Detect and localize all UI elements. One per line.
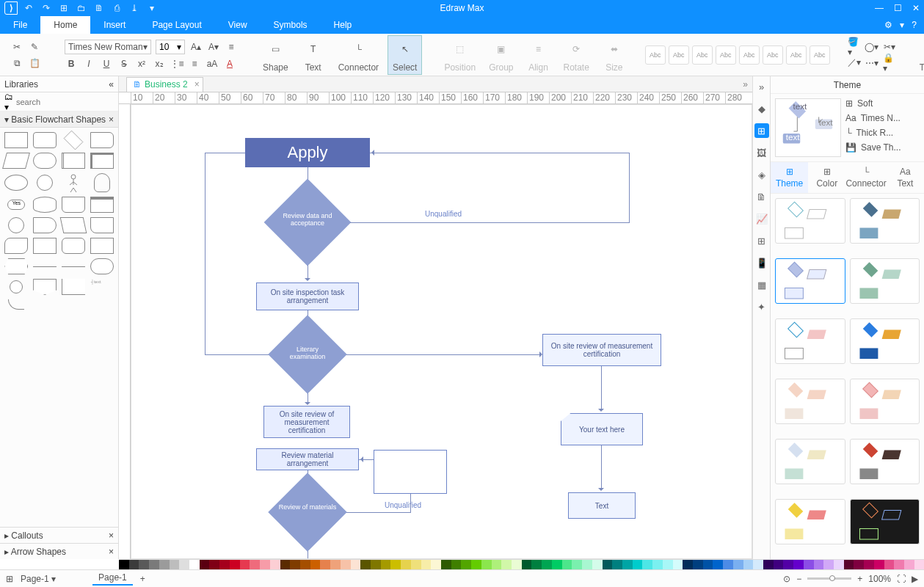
color-swatch[interactable] [250, 560, 260, 569]
style-preset[interactable]: Abc [739, 45, 760, 65]
color-swatch[interactable] [300, 560, 310, 569]
shape-predefined[interactable] [62, 153, 85, 169]
help-icon[interactable]: ? [912, 20, 917, 30]
theme-item[interactable] [775, 258, 845, 304]
theme-item[interactable] [775, 439, 845, 484]
quick-styles[interactable]: Abc Abc Abc Abc Abc Abc Abc Abc [645, 45, 830, 65]
shape-yes[interactable]: Yes [7, 200, 25, 210]
export-icon[interactable]: ⤓ [129, 3, 139, 13]
superscript-icon[interactable]: x² [135, 57, 148, 70]
menu-insert[interactable]: Insert [90, 16, 139, 34]
shape-person[interactable] [66, 173, 81, 192]
lock-icon[interactable]: 🔒▾ [883, 56, 896, 70]
node-onsite-task[interactable]: On site inspection task arrangement [256, 282, 359, 310]
minimize-icon[interactable]: — [875, 3, 884, 13]
shape-line[interactable] [33, 266, 57, 267]
menu-help[interactable]: Help [321, 16, 365, 34]
page-rail-icon[interactable]: 🗎 [754, 189, 769, 204]
qat-dropdown-icon[interactable]: ▾ [147, 3, 157, 13]
theme-item[interactable] [775, 198, 845, 244]
color-swatch[interactable] [864, 560, 874, 569]
color-swatch[interactable] [371, 560, 381, 569]
theme-tab-connector[interactable]: └Connector [845, 162, 886, 193]
increase-font-icon[interactable]: A▴ [189, 40, 203, 54]
line-spacing-icon[interactable]: ≡ [188, 57, 201, 70]
theme-item[interactable] [775, 318, 845, 364]
color-swatch[interactable] [592, 560, 603, 569]
color-swatch[interactable] [421, 560, 432, 569]
table-rail-icon[interactable]: ⊞ [754, 233, 769, 248]
color-swatch[interactable] [219, 560, 230, 569]
pointer-icon[interactable]: ◆ [754, 101, 769, 116]
app-rail-icon[interactable]: 📱 [754, 255, 769, 270]
color-swatch[interactable] [200, 560, 210, 569]
layers-rail-icon[interactable]: ◈ [754, 167, 769, 182]
shadow-icon[interactable]: ◯▾ [865, 40, 878, 54]
style-preset[interactable]: Abc [692, 45, 713, 65]
zoom-out-icon[interactable]: − [796, 574, 801, 584]
color-swatch[interactable] [673, 560, 683, 569]
shape-wave[interactable] [4, 238, 28, 254]
text-tool[interactable]: TText [297, 36, 330, 74]
color-swatch[interactable] [270, 560, 280, 569]
color-swatch[interactable] [693, 560, 703, 569]
color-swatch[interactable] [884, 560, 895, 569]
redo-icon[interactable]: ↷ [41, 3, 51, 13]
theme-item[interactable] [775, 499, 845, 544]
shape-database[interactable] [33, 197, 57, 213]
paste-icon[interactable]: 📋 [28, 56, 41, 70]
theme-item[interactable] [850, 499, 920, 544]
select-tool[interactable]: ↖Select [388, 35, 422, 75]
node-apply[interactable]: Apply [245, 138, 370, 167]
color-swatch[interactable] [451, 560, 462, 569]
collapse-ribbon-icon[interactable]: ▾ [900, 20, 904, 30]
shape-rectangle[interactable] [4, 132, 28, 148]
shape-card[interactable] [62, 197, 85, 213]
expand-right-icon[interactable]: » [754, 79, 769, 94]
color-swatch[interactable] [713, 560, 723, 569]
theme-rail-icon[interactable]: ⊞ [754, 123, 769, 138]
theme-item[interactable] [775, 379, 845, 424]
shape-document[interactable] [90, 132, 114, 148]
theme-opt-thick[interactable]: └Thick R... [845, 128, 920, 138]
menu-symbols[interactable]: Symbols [261, 16, 321, 34]
line-icon[interactable]: ／▾ [848, 56, 861, 70]
save-icon[interactable]: 🗎 [94, 3, 104, 13]
color-swatch[interactable] [471, 560, 481, 569]
color-swatch[interactable] [703, 560, 713, 569]
color-swatch[interactable] [774, 560, 784, 569]
fill-icon[interactable]: 🪣▾ [848, 40, 861, 54]
connector-tool[interactable]: └Connector [334, 36, 383, 74]
color-swatch[interactable] [914, 560, 924, 569]
open-folder-icon[interactable]: 🗀 [76, 3, 87, 13]
shape-loop[interactable] [90, 238, 114, 254]
shape-display[interactable] [62, 238, 85, 254]
color-swatch[interactable] [542, 560, 552, 569]
theme-opt-save[interactable]: 💾Save Th... [845, 142, 920, 153]
collapse-left-icon[interactable]: « [109, 79, 114, 90]
category-callouts[interactable]: ▸ Callouts× [0, 527, 118, 543]
color-swatch[interactable] [390, 560, 401, 569]
color-bar[interactable] [119, 559, 924, 569]
menu-page-layout[interactable]: Page Layout [139, 16, 214, 34]
subscript-icon[interactable]: x₂ [153, 57, 166, 70]
color-swatch[interactable] [622, 560, 633, 569]
close-icon[interactable]: ✕ [912, 3, 920, 13]
shape-ellipse[interactable] [4, 175, 28, 191]
node-review-material-arrangement[interactable]: Review material arrangement [256, 448, 359, 470]
ai-rail-icon[interactable]: ✦ [754, 299, 769, 314]
color-swatch[interactable] [170, 560, 180, 569]
theme-tab-text[interactable]: AaText [887, 162, 924, 193]
color-swatch[interactable] [492, 560, 502, 569]
color-swatch[interactable] [733, 560, 743, 569]
color-swatch[interactable] [804, 560, 814, 569]
shape-circle[interactable] [37, 175, 53, 191]
theme-tab-theme[interactable]: ⊞Theme [771, 162, 808, 193]
color-swatch[interactable] [351, 560, 361, 569]
node-text[interactable]: Text [568, 492, 636, 519]
color-swatch[interactable] [411, 560, 421, 569]
library-search[interactable]: 🗂▾ 🔍 ⇕ [0, 92, 118, 112]
color-swatch[interactable] [139, 560, 149, 569]
menu-file[interactable]: File [0, 16, 40, 34]
shape-hexagon[interactable] [4, 258, 28, 274]
